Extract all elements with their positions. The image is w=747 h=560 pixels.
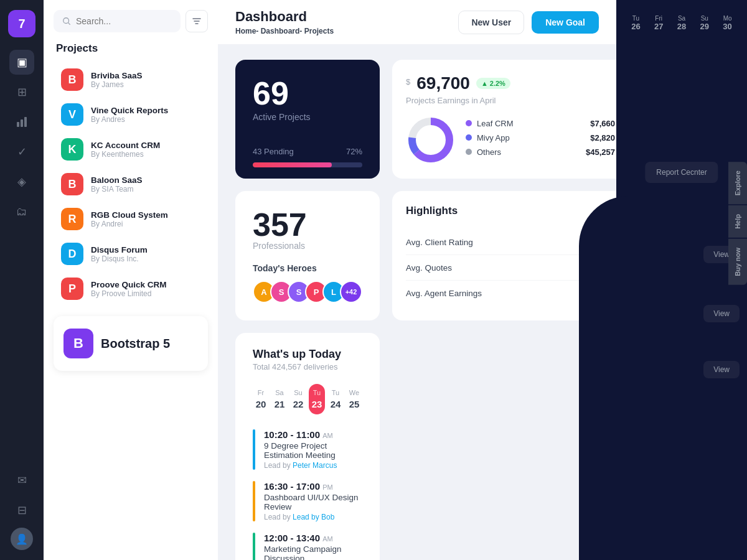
bottom-avatar[interactable]: 👤 xyxy=(11,528,33,550)
project-icon-kc: K xyxy=(61,138,83,161)
project-item-vine[interactable]: V Vine Quick Reports By Andres xyxy=(49,97,213,132)
cal-day-21[interactable]: Sa 21 xyxy=(271,384,288,414)
filter-icon xyxy=(192,16,202,26)
cal-day-num: 20 xyxy=(256,399,266,409)
extra-day-27[interactable]: Fri 27 xyxy=(649,15,669,31)
project-name-disqus: Disqus Forum xyxy=(91,245,200,254)
help-label[interactable]: Help xyxy=(728,205,747,238)
project-name-baloon: Baloon SaaS xyxy=(91,175,200,185)
project-name-vine: Vine Quick Reports xyxy=(91,106,200,115)
report-center-button[interactable]: Report Cecnter xyxy=(645,162,718,183)
events-list: 10:20 - 11:00 AM 9 Degree Project Estima… xyxy=(253,429,362,560)
view-button-3[interactable]: View xyxy=(703,361,740,378)
event-period-1: PM xyxy=(322,483,333,491)
event-period-0: AM xyxy=(322,432,333,439)
event-content-1: 16:30 - 17:00 PM Dashboard UI/UX Design … xyxy=(264,481,362,521)
project-by-vine: By Andres xyxy=(91,115,200,124)
cal-day-20[interactable]: Fr 20 xyxy=(253,384,269,414)
sidebar-search-area xyxy=(44,0,218,40)
sidebar-title: Projects xyxy=(44,40,218,62)
project-info-briviba: Briviba SaaS By James xyxy=(91,71,200,89)
earnings-description: Projects Earnings in April xyxy=(406,96,615,105)
event-bar-0 xyxy=(253,429,255,470)
highlights-title: Highlights xyxy=(406,205,615,217)
event-name-1: Dashboard UI/UX Design Review xyxy=(264,493,362,511)
event-item-0: 10:20 - 11:00 AM 9 Degree Project Estima… xyxy=(253,429,362,470)
cal-day-num: 24 xyxy=(331,399,341,409)
main-content-area: Dashboard Home- Dashboard- Projects New … xyxy=(218,0,747,560)
nav-check-icon[interactable]: ✓ xyxy=(9,139,34,164)
nav-grid2-icon[interactable]: ⊟ xyxy=(9,498,34,523)
event-bar-1 xyxy=(253,481,255,521)
legend-others: Others xyxy=(477,147,501,157)
project-list: B Briviba SaaS By James V Vine Quick Rep… xyxy=(44,62,218,306)
new-user-button[interactable]: New User xyxy=(458,11,524,34)
cal-day-num: 21 xyxy=(275,399,285,409)
nav-briefcase-icon[interactable]: 🗂 xyxy=(9,199,34,224)
breadcrumb-dashboard[interactable]: Dashboard- xyxy=(261,27,303,35)
earnings-mivy-value: $2,820 xyxy=(586,133,615,142)
pending-label: 43 Pending xyxy=(253,147,294,156)
cal-day-23[interactable]: Tu 23 xyxy=(309,384,325,414)
nav-dashboard-icon[interactable]: ▣ xyxy=(9,50,34,75)
project-item-disqus[interactable]: D Disqus Forum By Disqus Inc. xyxy=(49,236,213,271)
explore-label[interactable]: Explore xyxy=(728,162,747,204)
progress-bar-fill xyxy=(253,162,332,167)
event-period-2: AM xyxy=(322,535,333,543)
project-item-proove[interactable]: P Proove Quick CRM By Proove Limited xyxy=(49,271,213,306)
project-by-baloon: By SIA Team xyxy=(91,185,200,194)
earnings-others-value: $45,257 xyxy=(586,147,615,157)
earnings-badge: ▲ 2.2% xyxy=(476,78,510,89)
project-item-briviba[interactable]: B Briviba SaaS By James xyxy=(49,62,213,97)
main-content: Dashboard Home- Dashboard- Projects New … xyxy=(218,0,616,560)
event-lead-link-0[interactable]: Peter Marcus xyxy=(293,461,337,470)
cal-day-num: 22 xyxy=(293,399,304,409)
cal-day-25[interactable]: We 25 xyxy=(346,384,362,414)
project-item-rgb[interactable]: R RGB Cloud System By Andrei xyxy=(49,202,213,236)
extra-cal-days: Tu 26 Fri 27 Sa 28 Su 29 xyxy=(626,15,737,31)
project-item-kc[interactable]: K KC Account CRM By Keenthemes xyxy=(49,132,213,167)
bootstrap-icon: B xyxy=(63,329,93,358)
event-item-1: 16:30 - 17:00 PM Dashboard UI/UX Design … xyxy=(253,481,362,521)
view-button-2[interactable]: View xyxy=(703,305,740,322)
nav-grid-icon[interactable]: ⊞ xyxy=(9,80,34,105)
new-goal-button[interactable]: New Goal xyxy=(532,11,599,34)
search-input[interactable] xyxy=(76,16,172,26)
breadcrumb: Home- Dashboard- Projects xyxy=(235,27,334,35)
cal-day-24[interactable]: Tu 24 xyxy=(327,384,344,414)
search-box[interactable] xyxy=(54,10,181,32)
extra-day-28[interactable]: Sa 28 xyxy=(672,15,692,31)
calendar-sub: Total 424,567 deliveries xyxy=(253,362,362,371)
legend-mivy: Mivy App xyxy=(477,133,510,142)
event-content-0: 10:20 - 11:00 AM 9 Degree Project Estima… xyxy=(264,429,362,470)
svg-rect-1 xyxy=(21,119,23,127)
nav-layers-icon[interactable]: ◈ xyxy=(9,169,34,194)
event-content-2: 12:00 - 13:40 AM Marketing Campaign Disc… xyxy=(264,533,362,560)
extra-day-26[interactable]: Tu 26 xyxy=(626,15,646,31)
nav-mail-icon[interactable]: ✉ xyxy=(9,468,34,493)
heroes-title: Today's Heroes xyxy=(253,263,362,273)
user-avatar[interactable]: 7 xyxy=(8,10,35,37)
project-by-rgb: By Andrei xyxy=(91,220,200,228)
event-lead-link-1[interactable]: Lead by Bob xyxy=(293,513,334,521)
hero-more: +42 xyxy=(340,281,362,303)
extra-day-30[interactable]: Mo 30 xyxy=(718,15,737,31)
extra-day-29[interactable]: Su 29 xyxy=(695,15,714,31)
top-bar-actions: New User New Goal xyxy=(458,11,599,34)
earnings-body: Leaf CRM Mivy App Others $7,660 $2,820 $… xyxy=(406,115,615,165)
buynow-label[interactable]: Buy now xyxy=(728,239,747,285)
cal-day-name: Su xyxy=(294,389,302,396)
svg-rect-0 xyxy=(17,122,19,127)
breadcrumb-home[interactable]: Home- xyxy=(235,27,258,35)
bootstrap-card[interactable]: B Bootstrap 5 xyxy=(54,316,208,371)
filter-button[interactable] xyxy=(186,10,208,32)
nav-chart-icon[interactable] xyxy=(9,110,34,134)
cal-day-name: Sa xyxy=(275,389,283,396)
sidebar: Projects B Briviba SaaS By James V Vine … xyxy=(44,0,218,560)
active-projects-count: 69 xyxy=(253,77,362,110)
highlight-label-quotes: Avg. Quotes xyxy=(406,263,452,273)
search-icon xyxy=(62,16,71,26)
earnings-currency: $ xyxy=(406,77,410,86)
project-item-baloon[interactable]: B Baloon SaaS By SIA Team xyxy=(49,167,213,202)
cal-day-22[interactable]: Su 22 xyxy=(290,384,306,414)
